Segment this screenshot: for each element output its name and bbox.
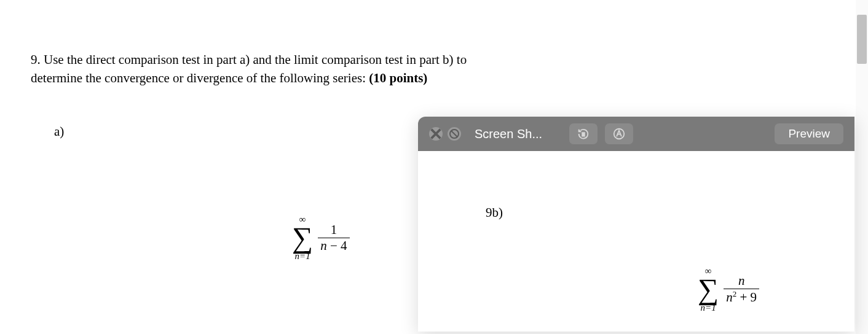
question-prompt: 9. Use the direct comparison test in par… — [31, 50, 553, 88]
sigma-symbol-a: ∑ — [292, 225, 313, 251]
scrollbar-thumb[interactable] — [857, 15, 867, 64]
part-a-label: a) — [54, 124, 64, 139]
numerator-a: 1 — [328, 223, 340, 237]
sigma-a: ∞ ∑ n=1 — [292, 215, 313, 261]
sigma-b: ∞ ∑ n=1 — [698, 266, 719, 313]
preview-content: 9b) ∞ ∑ n=1 n n2 + 9 — [418, 151, 854, 332]
question-line1: 9. Use the direct comparison test in par… — [31, 52, 467, 67]
preview-window: Screen Sh... Preview 9b) ∞ ∑ n=1 — [418, 117, 854, 332]
app-name-label: Preview — [775, 123, 843, 144]
window-titlebar[interactable]: Screen Sh... Preview — [418, 117, 854, 151]
markup-button[interactable] — [605, 123, 633, 144]
formula-a: ∞ ∑ n=1 1 n − 4 — [292, 215, 350, 261]
sigma-symbol-b: ∑ — [698, 277, 719, 302]
minimize-icon[interactable] — [448, 127, 461, 141]
question-line2: determine the convergence or divergence … — [31, 71, 369, 85]
sigma-lower-b: n=1 — [701, 303, 716, 313]
window-title: Screen Sh... — [475, 127, 542, 141]
part-b-label: 9b) — [486, 205, 503, 220]
sigma-lower-a: n=1 — [295, 252, 310, 261]
fraction-b: n n2 + 9 — [724, 274, 759, 305]
denominator-a: n − 4 — [318, 239, 349, 253]
close-icon[interactable] — [429, 127, 443, 141]
rotate-button[interactable] — [569, 123, 598, 144]
denominator-b: n2 + 9 — [724, 290, 759, 305]
svg-rect-1 — [582, 132, 585, 136]
fraction-a: 1 n − 4 — [318, 223, 349, 253]
numerator-b: n — [736, 274, 748, 288]
formula-b: ∞ ∑ n=1 n n2 + 9 — [698, 266, 759, 313]
window-controls — [429, 127, 461, 141]
scrollbar-track[interactable] — [856, 0, 868, 334]
question-points: (10 points) — [369, 71, 427, 85]
